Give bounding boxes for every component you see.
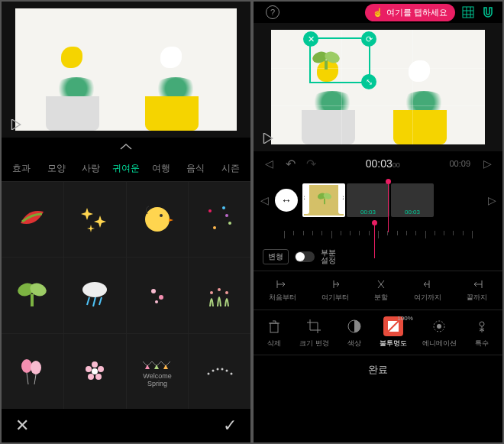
video-canvas	[15, 8, 237, 131]
cancel-button[interactable]: ✕	[15, 416, 29, 436]
svg-point-6	[225, 214, 228, 217]
sticker-sprout[interactable]	[2, 258, 63, 332]
sticker-resize-handle[interactable]: ⤡	[361, 74, 376, 89]
svg-rect-9	[31, 294, 34, 306]
category-tab-6[interactable]: 시즌	[214, 157, 247, 180]
sticker-blossom[interactable]	[64, 334, 126, 409]
split-from-start-button[interactable]: 처음부터	[269, 278, 296, 303]
transform-row: 변형 부분 설정	[254, 243, 502, 271]
partial-settings-toggle[interactable]	[295, 251, 315, 262]
category-tab-3[interactable]: 귀여운	[109, 157, 143, 180]
svg-rect-51	[324, 199, 325, 205]
category-tab-2[interactable]: 사랑	[74, 157, 108, 180]
sticker-balloons[interactable]	[2, 334, 63, 409]
playhead[interactable]	[374, 222, 375, 258]
action-color-button[interactable]: 색상	[344, 316, 364, 348]
clip-0[interactable]: ‹›	[302, 183, 345, 217]
clips-track[interactable]: ‹›00:0300:03	[302, 183, 481, 217]
done-button[interactable]: 완료	[254, 355, 502, 384]
category-tab-0[interactable]: 효과	[5, 157, 38, 180]
svg-line-22	[27, 373, 28, 384]
play-button[interactable]	[8, 116, 24, 133]
redo-button[interactable]: ↷	[306, 157, 316, 171]
collapse-panel-button[interactable]	[2, 138, 250, 156]
svg-point-27	[95, 374, 102, 380]
grid-toggle-icon[interactable]	[461, 5, 475, 19]
clip-1[interactable]: 00:03	[347, 183, 389, 217]
split-to-end-button[interactable]: 끝까지	[467, 278, 487, 303]
sticker-sparkle[interactable]	[64, 182, 126, 257]
split-from-here-button[interactable]: 여기부터	[321, 278, 349, 303]
confirm-button[interactable]: ✓	[223, 416, 237, 436]
current-time: 00:03	[366, 157, 393, 170]
category-tab-5[interactable]: 음식	[179, 157, 213, 180]
svg-point-15	[159, 295, 163, 300]
sticker-grass[interactable]	[189, 258, 250, 332]
svg-point-3	[222, 206, 225, 209]
help-icon[interactable]: ?	[266, 5, 279, 19]
svg-point-29	[86, 366, 92, 372]
category-tab-4[interactable]: 여행	[144, 157, 178, 180]
current-time-frames: 00	[393, 161, 400, 169]
tap-hint-text: 여기를 탭하세요	[386, 7, 447, 18]
sticker-confetti[interactable]	[189, 182, 250, 257]
svg-point-0	[145, 207, 170, 232]
svg-line-13	[99, 297, 102, 305]
svg-line-12	[93, 297, 95, 306]
prev-keyframe-button[interactable]: ◁	[263, 157, 275, 170]
action-animation-button[interactable]: 에니메이션	[422, 316, 457, 348]
bottom-bar: ✕ ✓	[2, 409, 250, 442]
next-keyframe-button[interactable]: ▷	[481, 157, 493, 170]
sticker-chick[interactable]	[127, 182, 189, 257]
video-canvas[interactable]: ✕ ⟳ ⤡	[271, 30, 485, 144]
split-split-button[interactable]: 분할	[373, 278, 389, 303]
undo-button[interactable]: ↶	[286, 157, 296, 171]
svg-point-28	[88, 374, 94, 380]
selected-sticker[interactable]: ✕ ⟳ ⤡	[309, 37, 370, 83]
tap-hint-bubble[interactable]: ☝ 여기를 탭하세요	[365, 4, 455, 21]
sticker-rotate-handle[interactable]: ⟳	[361, 31, 376, 47]
sticker-welcome-spring[interactable]: WelcomeSpring	[127, 334, 189, 409]
svg-point-1	[160, 214, 163, 217]
clip-2[interactable]: 00:03	[391, 183, 434, 217]
clip-trim-right[interactable]: ›	[338, 183, 345, 214]
sticker-dots[interactable]	[189, 334, 250, 409]
svg-marker-31	[154, 365, 159, 369]
action-fx-button[interactable]: 특수	[472, 316, 492, 348]
preview-area: ✕ ⟳ ⤡	[254, 23, 502, 151]
svg-line-11	[87, 297, 89, 305]
clip-trim-left[interactable]: ‹	[302, 183, 309, 214]
move-clip-handle[interactable]: ↔	[275, 189, 298, 212]
svg-point-52	[380, 284, 382, 285]
sticker-petals[interactable]	[127, 258, 189, 332]
play-button[interactable]	[260, 130, 276, 147]
svg-point-40	[230, 372, 232, 374]
sticker-delete-handle[interactable]: ✕	[303, 31, 318, 47]
snap-magnet-icon[interactable]	[481, 5, 495, 19]
action-trash-button[interactable]: 삭제	[264, 316, 284, 348]
transform-label: 변형	[263, 249, 289, 264]
partial-settings-label: 부분 설정	[321, 249, 336, 264]
timeline-ruler[interactable]	[284, 225, 472, 243]
action-opacity-button[interactable]: 100%불투명도	[380, 316, 407, 348]
svg-point-25	[92, 361, 98, 368]
sticker-cloud-rain[interactable]	[64, 258, 126, 332]
svg-point-5	[213, 226, 216, 229]
svg-rect-53	[270, 323, 278, 332]
svg-point-35	[207, 372, 209, 374]
split-to-here-button[interactable]: 여기까지	[414, 278, 441, 303]
right-screen: ? ☝ 여기를 탭하세요 ✕ ⟳ ⤡	[254, 2, 502, 442]
action-crop-button[interactable]: 크기 변경	[299, 316, 329, 348]
svg-text:Welcome: Welcome	[143, 372, 171, 380]
svg-point-14	[151, 289, 156, 293]
svg-rect-48	[325, 60, 328, 70]
preview-area	[2, 2, 250, 138]
sticker-leaf[interactable]	[2, 182, 63, 257]
clip-row: ◁ ↔ ‹›00:0300:03 ▷	[254, 176, 502, 225]
clip-next-button[interactable]: ▷	[486, 194, 498, 206]
svg-point-58	[480, 322, 484, 326]
category-tab-1[interactable]: 모양	[40, 157, 73, 180]
svg-point-24	[92, 368, 98, 374]
svg-point-20	[21, 359, 32, 373]
clip-prev-button[interactable]: ◁	[258, 194, 270, 206]
